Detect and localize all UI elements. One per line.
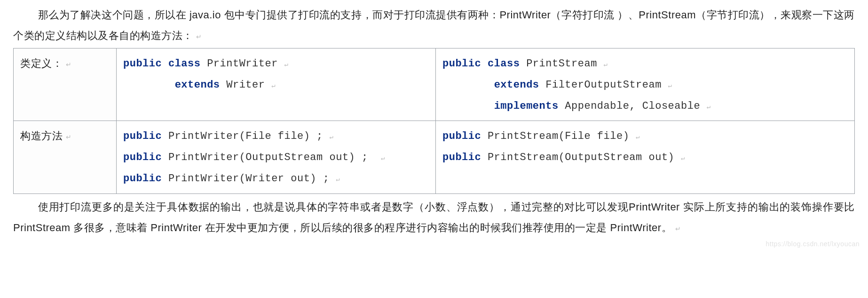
keyword-public: public (442, 58, 481, 70)
line-mark: ↵ (381, 154, 385, 162)
ctor-sig: PrintWriter(OutputStream out) ; (168, 152, 368, 163)
code-block: public class PrintStream ↵ extends Filte… (442, 53, 848, 117)
line-mark: ↵ (329, 133, 333, 141)
keyword-extends: extends (175, 79, 220, 91)
cell-printwriter-ctor: public PrintWriter(File file) ; ↵ public… (117, 121, 436, 193)
para-mark: ↵ (196, 33, 202, 40)
keyword-class: class (488, 58, 520, 70)
line-mark: ↵ (668, 82, 672, 89)
ctor-sig: PrintWriter(Writer out) ; (168, 173, 330, 185)
cell-row2-label: 构造方法 ↵ (14, 121, 117, 193)
keyword-class: class (168, 58, 201, 70)
type-name: PrintStream (526, 58, 597, 70)
para-mark: ↵ (675, 225, 681, 233)
keyword-public: public (123, 58, 162, 70)
table-row: 类定义： ↵ public class PrintWriter ↵ extend… (14, 48, 855, 121)
type-name: PrintWriter (207, 58, 278, 70)
paragraph-summary-text: 使用打印流更多的是关注于具体数据的输出，也就是说具体的字符串或者是数字（小数、浮… (13, 201, 855, 234)
type-name: FilterOutputStream (545, 79, 662, 91)
cell-mark: ↵ (66, 61, 72, 68)
line-mark: ↵ (284, 61, 289, 68)
paragraph-intro-text: 那么为了解决这个问题，所以在 java.io 包中专门提供了打印流的支持，而对于… (13, 9, 855, 41)
code-block: public class PrintWriter ↵ extends Write… (123, 53, 429, 96)
table-row: 构造方法 ↵ public PrintWriter(File file) ; ↵… (14, 121, 855, 193)
line-mark: ↵ (604, 61, 608, 68)
keyword-public: public (442, 152, 481, 163)
cell-printstream-def: public class PrintStream ↵ extends Filte… (436, 48, 855, 121)
row2-label-text: 构造方法 (20, 130, 63, 142)
keyword-public: public (123, 130, 162, 142)
definition-table: 类定义： ↵ public class PrintWriter ↵ extend… (13, 48, 855, 194)
paragraph-summary: 使用打印流更多的是关注于具体数据的输出，也就是说具体的字符串或者是数字（小数、浮… (13, 197, 855, 238)
keyword-public: public (123, 173, 162, 185)
cell-printwriter-def: public class PrintWriter ↵ extends Write… (117, 48, 436, 121)
document-page: 那么为了解决这个问题，所以在 java.io 包中专门提供了打印流的支持，而对于… (0, 0, 868, 259)
line-mark: ↵ (681, 154, 685, 162)
paragraph-intro: 那么为了解决这个问题，所以在 java.io 包中专门提供了打印流的支持，而对于… (13, 5, 855, 46)
line-mark: ↵ (271, 82, 276, 89)
keyword-public: public (442, 130, 481, 142)
cell-row1-label: 类定义： ↵ (14, 48, 117, 121)
type-list: Appendable, Closeable (565, 100, 700, 112)
keyword-implements: implements (494, 100, 559, 112)
watermark: https://blog.csdn.net/lxyoucan (766, 237, 860, 250)
line-mark: ↵ (636, 133, 640, 141)
cell-printstream-ctor: public PrintStream(File file) ↵ public P… (436, 121, 855, 193)
row1-label-text: 类定义： (20, 57, 63, 69)
ctor-sig: PrintStream(OutputStream out) (488, 152, 674, 163)
line-mark: ↵ (707, 103, 711, 111)
type-name: Writer (226, 79, 265, 91)
cell-mark: ↵ (66, 133, 72, 141)
code-block: public PrintStream(File file) ↵ public P… (442, 126, 848, 168)
code-block: public PrintWriter(File file) ; ↵ public… (123, 126, 429, 189)
keyword-extends: extends (494, 79, 539, 91)
line-mark: ↵ (336, 176, 340, 183)
keyword-public: public (123, 152, 162, 163)
ctor-sig: PrintWriter(File file) ; (168, 130, 323, 142)
ctor-sig: PrintStream(File file) (488, 130, 629, 142)
